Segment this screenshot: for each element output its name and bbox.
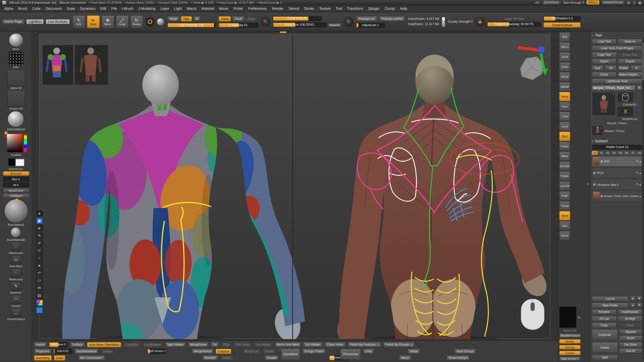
menu-brush[interactable]: Brush	[16, 6, 30, 11]
gravity-direction-slider[interactable]	[441, 16, 445, 27]
polypaint-toggle-icon[interactable]: ✎	[636, 183, 638, 186]
mode-scale[interactable]: ⤢Scale	[116, 15, 129, 28]
all-low-button[interactable]: All Low	[592, 316, 617, 321]
bb-smart-resym[interactable]: Smart ReSym	[446, 355, 470, 360]
tool-thumbnail-cylinder[interactable]	[617, 92, 634, 103]
autoreorder-button[interactable]: AutoReorder	[618, 309, 642, 315]
bb-del-lower[interactable]: Del Lower	[234, 342, 252, 347]
strip-floor[interactable]: Floor	[559, 102, 570, 111]
toggle-dot-icon[interactable]: ●	[639, 160, 641, 163]
bb-mergevisible[interactable]: MergeVisible	[192, 349, 214, 354]
strip-scroll[interactable]: Scroll	[559, 52, 570, 62]
tray-collapse-icon[interactable]: ◄	[586, 183, 589, 186]
anno-cursor[interactable]: ➤	[36, 225, 43, 232]
material-sphere-icon[interactable]	[156, 18, 165, 26]
visibility-eye-icon[interactable]: ◉	[600, 160, 603, 163]
strip-bpr[interactable]: BPR	[559, 32, 570, 42]
polypaint-toggle-icon[interactable]: ✎	[636, 160, 638, 163]
mode-move[interactable]: ✥Move	[101, 15, 114, 28]
bb-close-holes[interactable]: Close Holes	[325, 342, 346, 347]
menu-macro[interactable]: Macro	[184, 6, 199, 11]
document-canvas[interactable]	[39, 34, 551, 339]
current-tool-r-button[interactable]: R	[636, 85, 642, 90]
visibility-eye-icon[interactable]: ◉	[593, 171, 596, 174]
strip-actual[interactable]: Actual	[559, 72, 570, 81]
subtool-item-2[interactable]: ◉ 15단1 ✎ ●	[592, 167, 642, 178]
bb-import[interactable]: Import	[34, 342, 47, 347]
accucurve-button[interactable]: AccuCurve	[3, 188, 29, 193]
sculpt-zsub[interactable]: Zsub	[232, 16, 245, 21]
lightbox-button[interactable]: LightBox	[26, 19, 44, 24]
bb-inflate[interactable]: Inflate	[408, 349, 420, 354]
strip-zoom[interactable]: Zoom	[559, 62, 570, 72]
menu-preferences[interactable]: Preferences	[246, 6, 269, 11]
menu-help[interactable]: Help	[397, 6, 410, 11]
subtool-item-1[interactable]: ◉ 15단 ✎ ●	[592, 156, 642, 167]
viewport-divider[interactable]	[292, 34, 293, 339]
dynamic-button[interactable]: Dynamic	[328, 23, 341, 27]
tool-panel-scrollbar[interactable]	[642, 37, 644, 360]
tool-copy-tool[interactable]: Copy Tool	[592, 52, 617, 57]
zbrush-document[interactable]	[39, 34, 550, 339]
mode-draw[interactable]: ✏Draw	[87, 15, 100, 28]
anno-blue-swatch[interactable]	[36, 307, 43, 313]
tool-load-tools-from-project[interactable]: Load Tools From Project	[592, 46, 642, 51]
vtab-v2[interactable]: V2	[598, 151, 604, 155]
split-screen-button[interactable]: Split Screen 1	[559, 356, 581, 361]
anno-marker[interactable]: ∕	[36, 255, 43, 261]
tool-goz[interactable]: GoZ	[592, 65, 603, 71]
field-of-view-slider[interactable]: Field of view(deg) 39.59775	[487, 22, 541, 27]
tool-load-tool[interactable]: Load Tool	[592, 39, 617, 44]
anno-clipboard[interactable]: ▤	[36, 292, 43, 299]
subtool-down-icon[interactable]: ▼	[636, 296, 642, 301]
bb-geometry[interactable]: Geometry	[34, 355, 52, 360]
vtab-v7[interactable]: V7	[630, 151, 636, 155]
menu-transform[interactable]: Transform	[345, 6, 366, 11]
vtab-v5[interactable]: V5	[617, 151, 623, 155]
basic-material-b[interactable]: BasicMaterialB	[7, 227, 25, 241]
home-page-button[interactable]: Home Page	[2, 19, 24, 24]
mode-edit[interactable]: ✎Edit	[72, 15, 85, 28]
deep-shadow-button[interactable]: DeepShadow	[544, 22, 581, 27]
tool-thumbnail-simplebrush[interactable]: S	[617, 106, 634, 117]
shelf-drag-handle[interactable]	[280, 31, 286, 33]
stroke-icon[interactable]: ✎	[261, 17, 270, 26]
mask-lasso-brush[interactable]: ◌MaskLasso	[9, 268, 23, 281]
bb-groups-polish[interactable]: Groups Polish	[302, 349, 326, 354]
toggle-dot-icon[interactable]: ●	[639, 195, 641, 198]
bb-surface[interactable]: Surface	[70, 342, 85, 347]
bb-backfacemask[interactable]: BackfaceMask	[74, 349, 99, 354]
menu-document[interactable]: Document	[43, 6, 64, 11]
bb-delmt[interactable]: DelMT	[220, 355, 234, 360]
bb-uv[interactable]: Uv	[211, 342, 219, 347]
current-brush[interactable]: Move	[9, 33, 23, 51]
subtool-item-4[interactable]: ◉ Merged_TPose1_Ryan_Kingslie ●	[592, 191, 642, 201]
smooth-brush[interactable]: ◠Smooth	[11, 295, 21, 307]
copy-subtool-button[interactable]: Copy	[592, 323, 617, 328]
brush-ring-icon[interactable]	[146, 17, 155, 26]
menu-picker[interactable]: Picker	[231, 6, 246, 11]
menu-stroke[interactable]: Stroke	[302, 6, 317, 11]
folder-down-icon[interactable]: ▼	[636, 303, 642, 307]
z-intensity-slider[interactable]: Z Intensity 51	[218, 23, 258, 28]
ui-config-icon[interactable]: ▤	[627, 1, 630, 4]
mask-pen-brush[interactable]: ✎MaskPen	[10, 282, 22, 294]
bb-storemt[interactable]: StoreMT	[202, 355, 218, 360]
bb-polish-by-features[interactable]: Polish By Features	[348, 342, 381, 347]
vtab-v8[interactable]: V8	[636, 151, 642, 155]
strip-frame[interactable]: Frame	[559, 142, 570, 151]
grid-layout-icon[interactable]: ▦	[638, 1, 641, 4]
anno-comment[interactable]: ✉	[36, 285, 43, 291]
bb-double[interactable]: Double	[265, 355, 279, 360]
bb-colorize[interactable]: Colorize	[216, 349, 231, 354]
focal-shift-slider[interactable]: Focal Shift 48	[273, 16, 321, 21]
strip-spix-3[interactable]: SPix 3	[559, 42, 570, 52]
anno-light[interactable]: ☀	[36, 210, 43, 217]
adjust-last-slider[interactable]: AdjustLast 1	[356, 23, 385, 28]
vtab-v4[interactable]: V4	[611, 151, 617, 155]
menu-draw[interactable]: Draw	[64, 6, 77, 11]
bb-del-hidden[interactable]: Del Hidden	[303, 342, 323, 347]
toggle-dot-icon[interactable]: ●	[639, 183, 641, 186]
polypaint-model[interactable]	[60, 65, 305, 339]
history-thumbnails[interactable]	[43, 45, 108, 85]
